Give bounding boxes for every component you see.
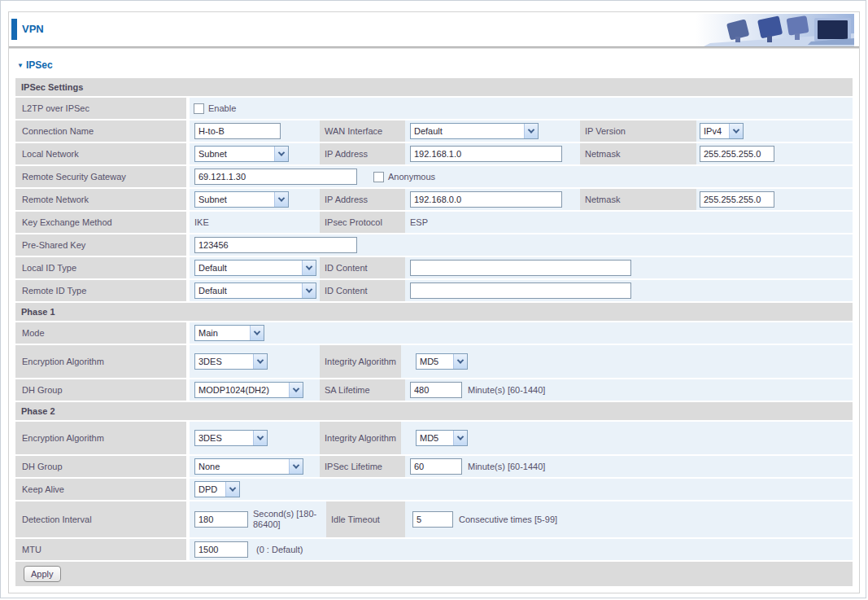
chevron-down-icon[interactable] [274, 147, 288, 161]
phase2-dh-select[interactable]: None [194, 456, 303, 477]
ipsec-protocol-value: ESP [410, 212, 428, 233]
section-title: IPSec [26, 59, 53, 71]
ipsec-protocol-label: IPsec Protocol [320, 212, 405, 233]
chevron-down-icon[interactable] [289, 459, 303, 474]
phase1-integrity-select[interactable]: MD5 [416, 345, 468, 378]
local-ip-input[interactable] [410, 146, 562, 162]
local-ip-label: IP Address [320, 143, 405, 164]
phase1-dh-value: MODP1024(DH2) [195, 383, 289, 397]
phase1-integrity-value: MD5 [417, 354, 453, 369]
local-id-content-input[interactable] [410, 260, 631, 276]
remote-network-value: Subnet [195, 192, 274, 207]
connection-name-input[interactable] [194, 123, 281, 139]
chevron-down-icon[interactable] [302, 283, 316, 298]
row-phase1-dh: DH Group MODP1024(DH2) SA Lifetime Minut… [15, 379, 853, 401]
phase1-header: Phase 1 [15, 303, 853, 321]
title-accent-bar [11, 19, 17, 40]
local-network-value: Subnet [195, 147, 274, 161]
module-header: VPN [9, 12, 859, 46]
local-netmask-input[interactable] [700, 146, 774, 162]
chevron-down-icon[interactable] [253, 431, 267, 445]
chevron-down-icon[interactable] [253, 354, 267, 369]
phase1-dh-select[interactable]: MODP1024(DH2) [194, 379, 303, 401]
local-id-select[interactable]: Default [194, 257, 316, 278]
row-phase1-mode: Mode Main [15, 322, 853, 344]
keep-alive-value: DPD [195, 482, 225, 497]
row-phase1-encryption: Encryption Algorithm 3DES Integrity Algo… [15, 345, 853, 378]
remote-network-label: Remote Network [15, 189, 190, 210]
chevron-down-icon[interactable] [302, 261, 316, 275]
detection-interval-input[interactable] [194, 511, 248, 528]
wan-interface-label: WAN Interface [320, 120, 405, 142]
row-key-exchange: Key Exchange Method IKE IPsec Protocol E… [15, 212, 853, 233]
ip-version-label: IP Version [580, 120, 696, 142]
phase1-mode-value: Main [195, 326, 250, 340]
enable-checkbox-label: Enable [208, 103, 236, 113]
chevron-down-icon[interactable] [225, 482, 239, 497]
phase2-lifetime-hint: Minute(s) [60-1440] [468, 456, 545, 477]
remote-network-select[interactable]: Subnet [194, 189, 289, 210]
chevron-down-icon[interactable] [729, 124, 743, 138]
phase1-encryption-select[interactable]: 3DES [194, 345, 268, 378]
phase2-dh-label: DH Group [15, 456, 190, 477]
mtu-hint: (0 : Default) [256, 539, 303, 560]
row-remote-id: Remote ID Type Default ID Content [15, 280, 853, 301]
phase1-encryption-label: Encryption Algorithm [15, 345, 190, 378]
section-header-ipsec[interactable]: ▼ IPSec [17, 57, 853, 73]
local-id-label: Local ID Type [15, 257, 190, 278]
chevron-down-icon[interactable] [453, 354, 467, 369]
remote-ip-input[interactable] [410, 191, 562, 208]
form-content: ▼ IPSec IPSec Settings L2TP over IPSec E… [9, 49, 859, 586]
row-phase2-dh: DH Group None IPSec Lifetime Minute(s) [… [15, 456, 853, 477]
remote-id-content-input[interactable] [410, 282, 631, 299]
ip-version-select[interactable]: IPv4 [700, 120, 744, 142]
detection-interval-label: Detection Interval [15, 501, 190, 537]
chevron-down-icon[interactable] [524, 124, 538, 138]
phase2-lifetime-input[interactable] [410, 458, 462, 475]
keep-alive-select[interactable]: DPD [194, 479, 240, 500]
remote-gateway-label: Remote Security Gateway [15, 166, 190, 187]
local-network-label: Local Network [15, 143, 190, 164]
ipsec-settings-header: IPSec Settings [15, 78, 853, 96]
remote-gateway-input[interactable] [194, 169, 357, 185]
chevron-down-icon[interactable] [453, 431, 467, 445]
phase2-header: Phase 2 [15, 402, 853, 420]
key-exchange-label: Key Exchange Method [15, 212, 190, 233]
keep-alive-label: Keep Alive [15, 479, 190, 500]
mtu-input[interactable] [194, 541, 248, 558]
phase2-encryption-value: 3DES [195, 431, 253, 445]
chevron-down-icon[interactable] [250, 326, 264, 340]
phase1-sa-input[interactable] [410, 382, 462, 398]
phase2-encryption-select[interactable]: 3DES [194, 422, 268, 454]
remote-id-select[interactable]: Default [194, 280, 316, 301]
apply-button[interactable]: Apply [24, 566, 61, 582]
remote-id-content-label: ID Content [320, 280, 405, 301]
phase1-mode-select[interactable]: Main [194, 322, 264, 344]
pre-shared-key-input[interactable] [194, 237, 357, 253]
phase2-integrity-value: MD5 [417, 431, 453, 445]
computers-illustration [696, 14, 854, 46]
local-network-select[interactable]: Subnet [194, 143, 289, 164]
phase2-integrity-select[interactable]: MD5 [416, 422, 468, 454]
pre-shared-key-label: Pre-Shared Key [15, 234, 190, 256]
enable-checkbox[interactable] [194, 103, 204, 114]
l2tp-enable-group: Enable [194, 98, 236, 119]
anonymous-checkbox[interactable] [373, 172, 384, 182]
row-pre-shared-key: Pre-Shared Key [15, 234, 853, 256]
wan-interface-value: Default [411, 124, 524, 138]
anonymous-checkbox-label: Anonymous [388, 172, 435, 182]
remote-netmask-input[interactable] [700, 191, 774, 208]
row-remote-network: Remote Network Subnet IP Address Netmask [15, 189, 853, 210]
idle-timeout-input[interactable] [412, 511, 453, 528]
chevron-down-icon[interactable] [289, 383, 303, 397]
mtu-label: MTU [15, 539, 190, 560]
row-mtu: MTU (0 : Default) [15, 539, 853, 560]
wan-interface-select[interactable]: Default [410, 120, 539, 142]
chevron-down-icon[interactable] [274, 192, 288, 207]
remote-ip-label: IP Address [320, 189, 405, 210]
phase1-sa-hint: Minute(s) [60-1440] [468, 379, 545, 401]
phase1-integrity-label: Integrity Algorithm [320, 345, 401, 378]
remote-id-value: Default [195, 283, 302, 298]
row-connection-name: Connection Name WAN Interface Default IP… [15, 120, 853, 142]
l2tp-label: L2TP over IPSec [15, 98, 190, 119]
